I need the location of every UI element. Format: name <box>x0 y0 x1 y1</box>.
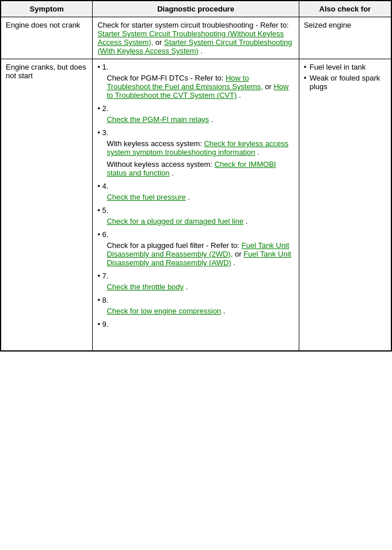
procedure-or: or <box>155 38 164 47</box>
pgmfi-relay-link[interactable]: Check the PGM-FI main relays <box>106 115 209 124</box>
procedure-text: Check for starter system circuit trouble… <box>97 21 288 29</box>
item-4: • 4. Check the fuel pressure . <box>97 182 294 201</box>
item-1: • 1. Check for PGM-FI DTCs - Refer to: H… <box>97 63 294 100</box>
item6-prefix: Check for a plugged fuel filter - Refer … <box>106 241 241 250</box>
item-9: • 9. <box>97 320 294 342</box>
item3-keyless: With keyless access system: Check for ke… <box>106 139 294 156</box>
item-9-text <box>97 331 294 342</box>
symptom-cell: Engine does not crank <box>1 17 93 59</box>
also-text: Seized engine <box>304 21 351 29</box>
item-4-num: • 4. <box>97 182 294 190</box>
item-5: • 5. Check for a plugged or damaged fuel… <box>97 206 294 226</box>
num-4: • 4. <box>97 182 108 190</box>
also-list: Fuel level in tank Weak or fouled spark … <box>304 63 386 91</box>
item1-period: . <box>239 91 241 100</box>
item-2-num: • 2. <box>97 104 294 113</box>
item-8-text: Check for low engine compression . <box>97 307 294 315</box>
fuel-line-link[interactable]: Check for a plugged or damaged fuel line <box>106 217 243 226</box>
item3-keyless-period: . <box>257 148 260 156</box>
item-8: • 8. Check for low engine compression . <box>97 296 294 315</box>
item-1-num: • 1. <box>97 63 294 71</box>
num-7: • 7. <box>97 272 108 280</box>
header-symptom: Symptom <box>1 1 93 17</box>
item-7-num: • 7. <box>97 272 294 280</box>
item-4-text: Check the fuel pressure . <box>97 193 294 201</box>
item-3-num: • 3. <box>97 128 294 137</box>
table-row: Engine cranks, but does not start • 1. C… <box>1 59 391 351</box>
num-1: • 1. <box>97 63 108 71</box>
item3-no-keyless: Without keyless access system: Check for… <box>106 160 294 177</box>
fuel-pressure-link[interactable]: Check the fuel pressure <box>106 193 185 201</box>
procedure-cell: Check for starter system circuit trouble… <box>93 17 299 59</box>
item4-period: . <box>188 193 190 201</box>
header-also: Also check for <box>299 1 391 17</box>
num-5: • 5. <box>97 206 108 215</box>
procedure-period: . <box>201 47 203 55</box>
table-row: Engine does not crank Check for starter … <box>1 17 391 59</box>
item6-or: or <box>235 250 243 258</box>
item7-period: . <box>186 282 188 291</box>
item-2: • 2. Check the PGM-FI main relays . <box>97 104 294 124</box>
num-8: • 8. <box>97 296 108 304</box>
also-cell: Seized engine <box>299 17 391 59</box>
item2-period: . <box>211 115 214 124</box>
header-procedure: Diagnostic procedure <box>93 1 299 17</box>
item1-or: or <box>265 82 273 91</box>
item-5-text: Check for a plugged or damaged fuel line… <box>97 217 294 226</box>
item6-period: . <box>233 258 235 267</box>
symptom-cell-2: Engine cranks, but does not start <box>1 59 93 351</box>
item3-nokeyless-prefix: Without keyless access system: <box>106 160 214 169</box>
compression-link[interactable]: Check for low engine compression <box>106 307 221 315</box>
also-cell-2: Fuel level in tank Weak or fouled spark … <box>299 59 391 351</box>
item-6-text: Check for a plugged fuel filter - Refer … <box>97 241 294 267</box>
item3-keyless-prefix: With keyless access system: <box>106 139 204 148</box>
item-6: • 6. Check for a plugged fuel filter - R… <box>97 230 294 267</box>
also-item-1: Fuel level in tank <box>304 63 386 71</box>
item-6-num: • 6. <box>97 230 294 239</box>
item5-period: . <box>246 217 248 226</box>
item-3-text: With keyless access system: Check for ke… <box>97 139 294 177</box>
item-7: • 7. Check the throttle body . <box>97 272 294 291</box>
item-7-text: Check the throttle body . <box>97 282 294 291</box>
item-2-text: Check the PGM-FI main relays . <box>97 115 294 124</box>
item-1-text: Check for PGM-FI DTCs - Refer to: How to… <box>97 74 294 100</box>
item3-nokeyless-period: . <box>172 169 174 177</box>
num-6: • 6. <box>97 230 108 239</box>
item1-prefix: Check for PGM-FI DTCs - Refer to: <box>106 74 226 82</box>
procedure-cell-2: • 1. Check for PGM-FI DTCs - Refer to: H… <box>93 59 299 351</box>
num-3: • 3. <box>97 128 108 137</box>
item-9-num: • 9. <box>97 320 294 329</box>
item-8-num: • 8. <box>97 296 294 304</box>
num-2: • 2. <box>97 104 108 113</box>
item-5-num: • 5. <box>97 206 294 215</box>
item8-period: . <box>223 307 226 315</box>
item-3: • 3. With keyless access system: Check f… <box>97 128 294 177</box>
num-9: • 9. <box>97 320 108 329</box>
throttle-body-link[interactable]: Check the throttle body <box>106 282 184 291</box>
diagnostic-table: Symptom Diagnostic procedure Also check … <box>0 0 392 352</box>
also-item-2: Weak or fouled spark plugs <box>304 74 386 91</box>
